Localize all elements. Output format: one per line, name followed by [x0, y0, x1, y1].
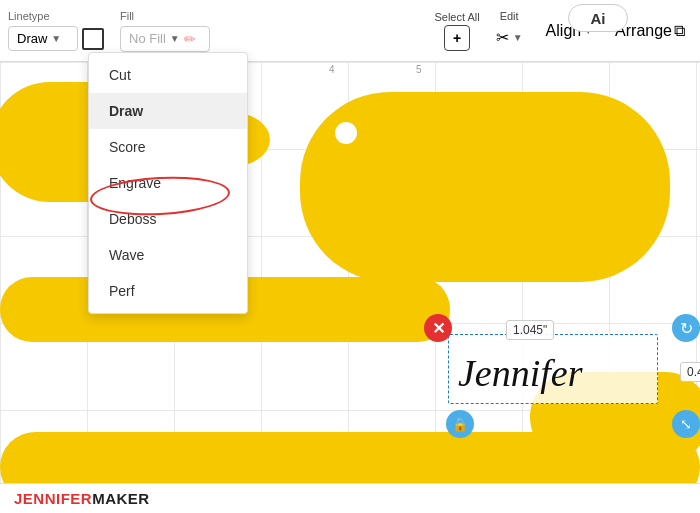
footer: JENNIFER MAKER — [0, 483, 700, 513]
linetype-dropdown-menu: Cut Draw Score Engrave Deboss Wave Perf — [88, 52, 248, 314]
jennifer-text-container: Jennifer — [448, 334, 658, 404]
resize-handle[interactable]: ⤡ — [672, 410, 700, 438]
jennifer-text-svg: Jennifer — [453, 342, 653, 397]
menu-item-score[interactable]: Score — [89, 129, 247, 165]
menu-item-cut[interactable]: Cut — [89, 57, 247, 93]
height-dimension: 0.493" — [680, 362, 700, 382]
menu-item-draw[interactable]: Draw — [89, 93, 247, 129]
menu-item-deboss[interactable]: Deboss — [89, 201, 247, 237]
ruler-5: 5 — [416, 64, 422, 75]
lock-icon: 🔒 — [452, 417, 468, 432]
tag-hole — [335, 122, 357, 144]
edit-group: Edit ✂ ▼ — [488, 10, 531, 51]
rotate-icon: ↻ — [680, 319, 693, 338]
resize-icon: ⤡ — [680, 416, 692, 432]
fill-section: Fill No Fill ▼ ✏ — [120, 10, 210, 52]
ai-badge[interactable]: Ai — [568, 4, 628, 32]
lock-handle[interactable]: 🔒 — [446, 410, 474, 438]
fill-value: No Fill — [129, 31, 166, 46]
linetype-label: Linetype — [8, 10, 50, 22]
delete-button[interactable]: ✕ — [424, 314, 452, 342]
yellow-shape-tag — [300, 92, 670, 282]
fill-dropdown-arrow-icon: ▼ — [170, 33, 180, 44]
brand-jennifer: JENNIFER — [14, 490, 92, 507]
fill-label: Fill — [120, 10, 134, 22]
linetype-controls: Draw ▼ — [8, 26, 104, 51]
dropdown-arrow-icon: ▼ — [51, 33, 61, 44]
linetype-section: Linetype Draw ▼ — [8, 10, 104, 51]
x-icon: ✕ — [432, 319, 445, 338]
edit-dropdown-arrow-icon: ▼ — [513, 32, 523, 43]
arrange-icon: ⧉ — [674, 22, 685, 40]
menu-item-wave[interactable]: Wave — [89, 237, 247, 273]
menu-item-perf[interactable]: Perf — [89, 273, 247, 309]
svg-text:Jennifer: Jennifer — [458, 352, 583, 394]
rotate-handle[interactable]: ↻ — [672, 314, 700, 342]
select-all-label: Select All — [434, 11, 479, 23]
pencil-icon: ✏ — [184, 31, 196, 47]
linetype-value: Draw — [17, 31, 47, 46]
plus-icon: + — [453, 30, 461, 46]
edit-label: Edit — [500, 10, 519, 22]
select-all-button[interactable]: + — [444, 25, 470, 51]
ruler-4: 4 — [329, 64, 335, 75]
select-all-group: Select All + — [434, 11, 479, 51]
width-dimension: 1.045" — [506, 320, 554, 340]
brand-maker: MAKER — [92, 490, 150, 507]
linetype-dropdown[interactable]: Draw ▼ — [8, 26, 78, 51]
edit-button[interactable]: ✂ ▼ — [488, 24, 531, 51]
square-preview-icon — [82, 28, 104, 50]
menu-item-engrave[interactable]: Engrave — [89, 165, 247, 201]
scissors-icon: ✂ — [496, 28, 509, 47]
fill-dropdown[interactable]: No Fill ▼ ✏ — [120, 26, 210, 52]
